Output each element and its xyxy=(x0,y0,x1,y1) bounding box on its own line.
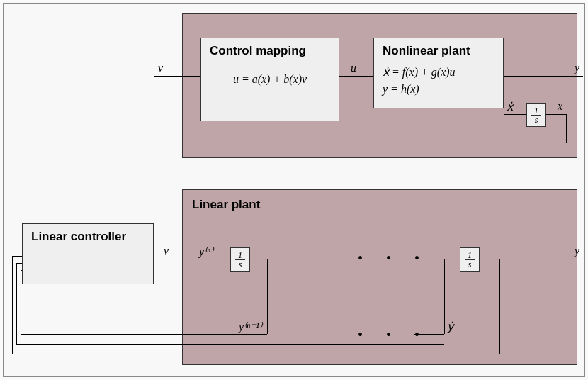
signal-ydot: ẏ xyxy=(447,320,453,333)
signal-v-bottom: v xyxy=(164,245,169,257)
wire-y-top xyxy=(504,76,583,77)
wire-tap2-down xyxy=(444,259,445,334)
wire-tap3-down xyxy=(499,259,500,354)
wire-fb2-up xyxy=(16,263,17,344)
control-mapping-equation: u = a(x) + b(x)v xyxy=(210,71,330,88)
diagram-frame: v Control mapping u = a(x) + b(x)v u Non… xyxy=(3,3,585,377)
wire-fb2-in xyxy=(16,263,22,264)
integrator-b2-num: 1 xyxy=(465,251,475,260)
wire-tap2-back-outer xyxy=(16,344,444,345)
wire-mid1 xyxy=(250,259,335,259)
integrator-b1-num: 1 xyxy=(235,251,245,260)
wire-fb3-in xyxy=(12,256,22,257)
wire-x-out xyxy=(546,114,566,115)
integrator-top-num: 1 xyxy=(531,106,541,116)
integrator-b2-den: s xyxy=(465,260,475,269)
wire-xdot xyxy=(504,114,526,115)
nonlinear-plant-eq2: y = h(x) xyxy=(383,81,494,98)
signal-x: x xyxy=(558,100,562,113)
wire-y-bottom xyxy=(480,259,583,259)
integrator-top: 1 s xyxy=(526,103,546,127)
nonlinear-plant-title: Nonlinear plant xyxy=(383,44,494,58)
linear-plant-title: Linear plant xyxy=(192,198,260,212)
wire-mid2 xyxy=(414,259,460,259)
wire-v-in xyxy=(154,76,200,77)
nonlinear-plant-eq1: ẋ = f(x) + g(x)u xyxy=(383,64,494,81)
wire-fb1-up xyxy=(21,270,21,334)
signal-y-bottom: y xyxy=(575,245,579,257)
wire-x-down xyxy=(566,114,567,142)
nonlinear-plant-block: Nonlinear plant ẋ = f(x) + g(x)u y = h(x… xyxy=(373,38,504,108)
integrator-top-den: s xyxy=(531,116,541,124)
wire-u xyxy=(339,76,373,77)
wire-tap1-down xyxy=(267,259,268,334)
signal-yn1: y⁽ⁿ⁻¹⁾ xyxy=(239,320,262,333)
integrator-b1: 1 s xyxy=(230,247,250,272)
integrator-b2: 1 s xyxy=(460,247,480,272)
signal-xdot: ẋ xyxy=(507,100,513,113)
control-mapping-title: Control mapping xyxy=(210,44,330,58)
control-mapping-block: Control mapping u = a(x) + b(x)v xyxy=(200,38,339,121)
wire-tap2-label xyxy=(414,334,444,335)
wire-fb3-up xyxy=(12,256,13,354)
wire-x-back xyxy=(273,142,566,143)
linear-controller-block: Linear controller xyxy=(22,223,154,284)
wire-x-up xyxy=(273,121,273,142)
signal-u: u xyxy=(351,62,356,74)
signal-v: v xyxy=(158,62,163,74)
wire-v-bottom xyxy=(154,259,230,259)
integrator-b1-den: s xyxy=(235,260,245,269)
wire-tap3-back xyxy=(12,354,499,354)
wire-tap1-back xyxy=(21,334,267,335)
signal-yn: y⁽ⁿ⁾ xyxy=(199,245,213,258)
linear-controller-title: Linear controller xyxy=(31,230,145,244)
ellipsis-bottom: • • • xyxy=(358,327,429,343)
wire-fb1-in xyxy=(21,270,22,271)
signal-y-top: y xyxy=(575,62,579,74)
